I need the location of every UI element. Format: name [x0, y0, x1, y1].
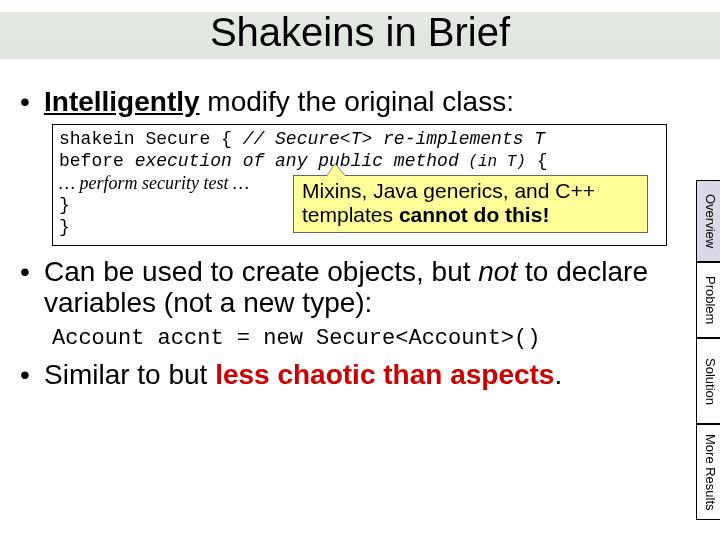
- bullet-1-text: Intelligently modify the original class:: [44, 86, 688, 118]
- code-box: shakein Secure { // Secure<T> re-impleme…: [52, 124, 667, 246]
- bullet-2: • Can be used to create objects, but not…: [20, 256, 688, 319]
- code-inline: Account accnt = new Secure<Account>(): [52, 326, 688, 351]
- bullet-1-rest: modify the original class:: [200, 86, 514, 117]
- callout-tail-icon: [327, 164, 345, 176]
- bullet-dot: •: [20, 86, 44, 118]
- callout: Mixins, Java generics, and C++ templates…: [293, 175, 648, 233]
- tab-solution[interactable]: Solution: [696, 338, 720, 424]
- bullet-1-emph: Intelligently: [44, 86, 200, 117]
- side-tabs: Overview Problem Solution More Results: [696, 180, 720, 540]
- code-line-1: shakein Secure { // Secure<T> re-impleme…: [59, 129, 660, 151]
- slide-content: • Intelligently modify the original clas…: [20, 86, 688, 397]
- bullet-dot: •: [20, 256, 44, 319]
- bullet-3-text: Similar to but less chaotic than aspects…: [44, 359, 688, 391]
- bullet-dot: •: [20, 359, 44, 391]
- callout-line-2b: cannot do this!: [399, 203, 550, 226]
- tab-more-results[interactable]: More Results: [696, 424, 720, 520]
- callout-line-2a: templates: [302, 203, 399, 226]
- bullet-3: • Similar to but less chaotic than aspec…: [20, 359, 688, 391]
- tab-overview[interactable]: Overview: [696, 180, 720, 262]
- callout-line-1: Mixins, Java generics, and C++: [302, 179, 595, 202]
- bullet-1: • Intelligently modify the original clas…: [20, 86, 688, 118]
- tab-problem[interactable]: Problem: [696, 262, 720, 338]
- callout-box: Mixins, Java generics, and C++ templates…: [293, 175, 648, 233]
- code-line-2: before execution of any public method (i…: [59, 151, 660, 173]
- slide-title: Shakeins in Brief: [0, 10, 720, 55]
- slide: Shakeins in Brief • Intelligently modify…: [0, 0, 720, 540]
- bullet-2-text: Can be used to create objects, but not t…: [44, 256, 688, 319]
